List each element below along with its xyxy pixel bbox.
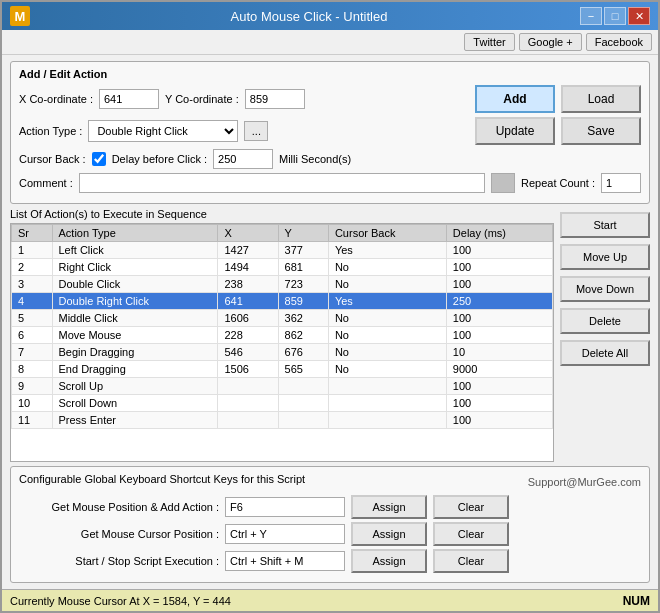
delete-button[interactable]: Delete (560, 308, 650, 334)
delay-unit-label: Milli Second(s) (279, 153, 351, 165)
cell-delay: 100 (446, 395, 552, 412)
facebook-button[interactable]: Facebook (586, 33, 652, 51)
comment-input[interactable] (79, 173, 485, 193)
table-row[interactable]: 1Left Click1427377Yes100 (12, 242, 553, 259)
cell-delay: 250 (446, 293, 552, 310)
cell-x: 1494 (218, 259, 278, 276)
cell-cursor: No (328, 259, 446, 276)
cell-cursor (328, 412, 446, 429)
start-button[interactable]: Start (560, 212, 650, 238)
table-container[interactable]: Sr Action Type X Y Cursor Back Delay (ms… (10, 223, 554, 462)
save-button[interactable]: Save (561, 117, 641, 145)
repeat-count-input[interactable] (601, 173, 641, 193)
title-bar: M Auto Mouse Click - Untitled − □ ✕ (2, 2, 658, 30)
cell-delay: 100 (446, 310, 552, 327)
table-row[interactable]: 9Scroll Up100 (12, 378, 553, 395)
action-type-select[interactable]: Double Right Click Left Click Right Clic… (88, 120, 238, 142)
table-row[interactable]: 4Double Right Click641859Yes250 (12, 293, 553, 310)
cell-y: 681 (278, 259, 328, 276)
cell-type: Double Right Click (52, 293, 218, 310)
move-down-button[interactable]: Move Down (560, 276, 650, 302)
cell-cursor: Yes (328, 242, 446, 259)
actions-table: Sr Action Type X Y Cursor Back Delay (ms… (11, 224, 553, 429)
cell-type: End Dragging (52, 361, 218, 378)
delete-all-button[interactable]: Delete All (560, 340, 650, 366)
assign-button-0[interactable]: Assign (351, 495, 427, 519)
social-bar: Twitter Google + Facebook (2, 30, 658, 55)
ellipsis-button[interactable]: ... (244, 121, 268, 141)
cell-y (278, 395, 328, 412)
maximize-button[interactable]: □ (604, 7, 626, 25)
cell-y: 377 (278, 242, 328, 259)
close-button[interactable]: ✕ (628, 7, 650, 25)
twitter-button[interactable]: Twitter (464, 33, 514, 51)
clear-button-2[interactable]: Clear (433, 549, 509, 573)
cell-y: 565 (278, 361, 328, 378)
cell-x: 1427 (218, 242, 278, 259)
table-row[interactable]: 10Scroll Down100 (12, 395, 553, 412)
table-body[interactable]: 1Left Click1427377Yes1002Right Click1494… (12, 242, 553, 429)
cell-delay: 100 (446, 242, 552, 259)
coordinates-row: X Co-ordinate : Y Co-ordinate : Add Load (19, 85, 641, 113)
table-title: List Of Action(s) to Execute in Sequence (10, 208, 554, 220)
table-area: List Of Action(s) to Execute in Sequence… (10, 208, 554, 462)
shortcuts-container: Get Mouse Position & Add Action :AssignC… (19, 495, 641, 573)
shortcut-row-2: Start / Stop Script Execution :AssignCle… (19, 549, 641, 573)
load-button[interactable]: Load (561, 85, 641, 113)
repeat-count-label: Repeat Count : (521, 177, 595, 189)
cell-x: 238 (218, 276, 278, 293)
action-type-label: Action Type : (19, 125, 82, 137)
cell-sr: 3 (12, 276, 53, 293)
cell-cursor: No (328, 344, 446, 361)
assign-button-1[interactable]: Assign (351, 522, 427, 546)
move-up-button[interactable]: Move Up (560, 244, 650, 270)
window-title: Auto Mouse Click - Untitled (38, 9, 580, 24)
cell-delay: 10 (446, 344, 552, 361)
cell-cursor: No (328, 361, 446, 378)
table-row[interactable]: 3Double Click238723No100 (12, 276, 553, 293)
assign-button-2[interactable]: Assign (351, 549, 427, 573)
shortcut-label-2: Start / Stop Script Execution : (19, 555, 219, 567)
col-x: X (218, 225, 278, 242)
add-button[interactable]: Add (475, 85, 555, 113)
table-row[interactable]: 7Begin Dragging546676No10 (12, 344, 553, 361)
cell-delay: 100 (446, 412, 552, 429)
shortcut-row-1: Get Mouse Cursor Position :AssignClear (19, 522, 641, 546)
cell-type: Right Click (52, 259, 218, 276)
cell-cursor (328, 395, 446, 412)
shortcut-input-1[interactable] (225, 524, 345, 544)
table-row[interactable]: 8End Dragging1506565No9000 (12, 361, 553, 378)
clear-button-1[interactable]: Clear (433, 522, 509, 546)
num-indicator: NUM (623, 594, 650, 608)
table-row[interactable]: 5Middle Click1606362No100 (12, 310, 553, 327)
shortcut-input-0[interactable] (225, 497, 345, 517)
minimize-button[interactable]: − (580, 7, 602, 25)
table-row[interactable]: 2Right Click1494681No100 (12, 259, 553, 276)
color-picker[interactable] (491, 173, 515, 193)
delay-input[interactable] (213, 149, 273, 169)
shortcut-label-1: Get Mouse Cursor Position : (19, 528, 219, 540)
clear-button-0[interactable]: Clear (433, 495, 509, 519)
cell-x (218, 412, 278, 429)
shortcut-input-2[interactable] (225, 551, 345, 571)
cell-x (218, 395, 278, 412)
cell-x: 546 (218, 344, 278, 361)
table-row[interactable]: 6Move Mouse228862No100 (12, 327, 553, 344)
table-row[interactable]: 11Press Enter100 (12, 412, 553, 429)
google-plus-button[interactable]: Google + (519, 33, 582, 51)
support-email: Support@MurGee.com (528, 476, 641, 488)
action-type-row: Action Type : Double Right Click Left Cl… (19, 117, 641, 145)
col-cursor-back: Cursor Back (328, 225, 446, 242)
update-button[interactable]: Update (475, 117, 555, 145)
x-coord-input[interactable] (99, 89, 159, 109)
y-coord-input[interactable] (245, 89, 305, 109)
comment-row: Comment : Repeat Count : (19, 173, 641, 193)
cursor-back-checkbox[interactable] (92, 152, 106, 166)
cell-cursor: No (328, 310, 446, 327)
cell-type: Left Click (52, 242, 218, 259)
cell-sr: 6 (12, 327, 53, 344)
cell-type: Scroll Down (52, 395, 218, 412)
cell-y: 862 (278, 327, 328, 344)
cell-y: 676 (278, 344, 328, 361)
cell-x: 1506 (218, 361, 278, 378)
